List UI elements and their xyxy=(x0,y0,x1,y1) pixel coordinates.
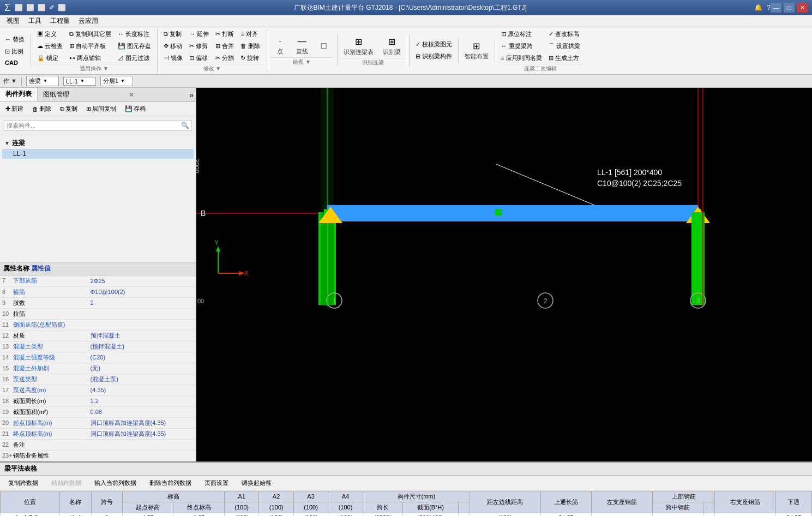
minimize-button[interactable]: — xyxy=(771,3,781,13)
align-button[interactable]: ≡ 对齐 xyxy=(238,28,263,40)
extend-button[interactable]: → 延伸 xyxy=(187,28,212,40)
layer-dropdown[interactable]: 分层1 xyxy=(100,76,133,86)
menu-cloud[interactable]: 云应用 xyxy=(74,15,103,27)
copy-button[interactable]: ⧉ 复制 xyxy=(161,28,185,40)
define-button[interactable]: ▣ 定义 xyxy=(34,28,65,40)
title-icon-4[interactable]: ✐ xyxy=(49,4,55,11)
copy-comp-button[interactable]: ⧉ 复制 xyxy=(57,104,81,114)
help-icon[interactable]: ? xyxy=(767,4,771,11)
cell-right-seat[interactable] xyxy=(715,513,776,516)
two-point-aux-button[interactable]: ⊷ 两点辅轴 xyxy=(67,52,114,64)
save-comp-button[interactable]: 💾 存档 xyxy=(122,104,149,114)
prop-value[interactable]: (无) xyxy=(88,363,196,374)
delete-comp-button[interactable]: 🗑 删除 xyxy=(29,104,55,114)
prop-value[interactable]: (预拌混凝土) xyxy=(88,341,196,352)
redraw-span-button[interactable]: ↔ 重提梁跨 xyxy=(498,40,545,52)
tree-root-lian[interactable]: ▼ 连梁 xyxy=(2,137,194,149)
prop-value[interactable]: 预拌混凝土 xyxy=(88,330,196,341)
delete-col-btn[interactable]: 删除当前列数据 xyxy=(145,477,196,489)
split-button[interactable]: ✂ 分割 xyxy=(213,52,237,64)
copy-span-btn[interactable]: 复制跨数据 xyxy=(3,477,43,489)
menu-view[interactable]: 视图 xyxy=(2,15,24,27)
cell-a3[interactable]: (100) xyxy=(293,513,328,516)
input-col-btn[interactable]: 输入当前列数据 xyxy=(89,477,141,489)
id-lian-button[interactable]: ⊞ 识别梁 xyxy=(378,35,406,58)
prop-value[interactable]: (混凝土泵) xyxy=(88,374,196,385)
prop-value[interactable]: 2 xyxy=(88,297,196,308)
new-button[interactable]: ✚ 新建 xyxy=(2,104,27,114)
prop-value[interactable]: 洞口顶标高加连梁高度(4.35) xyxy=(88,428,196,439)
left-top-close-button[interactable]: ✕ xyxy=(127,91,136,99)
close-button[interactable]: ✕ xyxy=(797,3,808,13)
prop-value[interactable]: 0.08 xyxy=(88,406,196,417)
tab-component-list[interactable]: 构件列表 xyxy=(0,88,38,101)
id-lian-jia-button[interactable]: ⊞ 识别连梁表 xyxy=(341,35,376,58)
bell-icon[interactable]: 🔔 xyxy=(754,4,762,11)
trim-button[interactable]: ✂ 修剪 xyxy=(187,40,212,52)
delete-button[interactable]: 🗑 删除 xyxy=(238,40,263,52)
swap-start-stirrup-btn[interactable]: 调换起始箍 xyxy=(237,477,276,489)
cell-name[interactable]: LL-1 xyxy=(60,513,91,516)
cell-span-length[interactable]: (2800) xyxy=(363,513,402,516)
move-button[interactable]: ✥ 移动 xyxy=(161,40,185,52)
draw-line-button[interactable]: — 直线 xyxy=(292,35,312,57)
replace-button[interactable]: ↔ 替换 xyxy=(2,34,27,45)
drawing-filter-button[interactable]: ⊿ 图元过滤 xyxy=(115,52,154,64)
title-icon-2[interactable]: ⬜ xyxy=(26,4,34,11)
prop-value[interactable]: (C20) xyxy=(88,352,196,363)
prop-value[interactable]: 洞口顶标高加连梁高度(4.35) xyxy=(88,417,196,428)
break-button[interactable]: ✂ 打断 xyxy=(213,28,237,40)
orig-mark-button[interactable]: ⊡ 原位标注 xyxy=(498,28,545,40)
offset-button[interactable]: ⊡ 偏移 xyxy=(187,52,212,64)
title-icon-3[interactable]: ⬜ xyxy=(38,4,46,11)
maximize-button[interactable]: □ xyxy=(784,3,795,13)
tab-drawing-mgmt[interactable]: 图纸管理 xyxy=(38,88,75,101)
cell-section[interactable]: (200*400) xyxy=(403,513,459,516)
copy-to-layer-button[interactable]: ⧉ 复制到其它层 xyxy=(67,28,114,40)
expand-icon[interactable]: » xyxy=(187,91,196,99)
cell-a4[interactable]: (100) xyxy=(328,513,363,516)
length-mark-button[interactable]: ↔ 长度标注 xyxy=(115,28,154,40)
menu-quantities[interactable]: 工程量 xyxy=(46,15,74,27)
component-name-dropdown[interactable]: LL-1 xyxy=(63,77,96,86)
prop-value[interactable]: 1.2 xyxy=(88,395,196,406)
cloud-check-button[interactable]: ☁ 云检查 xyxy=(34,40,65,52)
draw-point-button[interactable]: · 点 xyxy=(270,35,290,57)
prop-value[interactable] xyxy=(88,450,196,461)
cell-top-rebar-2[interactable] xyxy=(703,513,715,516)
auto-flatten-button[interactable]: ⊞ 自动平齐板 xyxy=(67,40,114,52)
mirror-button[interactable]: ⊣ 镜像 xyxy=(161,52,185,64)
lock-button[interactable]: 🔒 锁定 xyxy=(34,52,65,64)
cell-position[interactable]: 1 <1,B;2,... xyxy=(1,513,60,516)
prop-value[interactable] xyxy=(88,319,196,330)
page-settings-btn[interactable]: 页面设置 xyxy=(200,477,233,489)
cell-start-elev[interactable]: 4.35 xyxy=(122,513,173,516)
rotate-button[interactable]: ↻ 旋转 xyxy=(238,52,263,64)
title-icon-1[interactable]: ⬜ xyxy=(15,4,23,11)
apply-same-button[interactable]: ≡ 应用到同名梁 xyxy=(498,52,545,64)
prop-value[interactable]: (4.35) xyxy=(88,385,196,395)
search-input[interactable] xyxy=(7,122,181,129)
prop-value[interactable]: Φ10@100(2) xyxy=(88,286,196,297)
cell-end-elev[interactable]: 4.35 xyxy=(173,513,224,516)
cell-top-rebar[interactable]: 2Φ25 xyxy=(540,513,591,516)
set-arch-button[interactable]: ⌒ 设置拱梁 xyxy=(546,40,583,52)
scale-button[interactable]: ⊡ 比例 xyxy=(2,46,27,57)
gen-soil-button[interactable]: ⊞ 生成土方 xyxy=(546,52,583,64)
cell-left-seat[interactable] xyxy=(592,513,653,516)
check-high-button[interactable]: ✓ 查改标高 xyxy=(546,28,583,40)
cell-size-extra[interactable] xyxy=(458,513,470,516)
cell-a1[interactable]: (100) xyxy=(224,513,258,516)
tree-item-ll1[interactable]: LL-1 xyxy=(2,149,194,159)
layer-copy-button[interactable]: ⊞ 层间复制 xyxy=(83,104,119,114)
cad-button[interactable]: CAD xyxy=(2,58,27,68)
drawing-save-button[interactable]: 💾 图元存盘 xyxy=(115,40,154,52)
cell-bot-rebar[interactable]: 2Φ25 xyxy=(775,513,811,516)
cell-edge-dist[interactable]: (100) xyxy=(470,513,541,516)
id-beam-part-button[interactable]: ⊞ 识别梁构件 xyxy=(413,51,455,62)
menu-tools[interactable]: 工具 xyxy=(24,15,46,27)
check-beam-elem-button[interactable]: ✓ 校核梁图元 xyxy=(413,39,455,50)
prop-value[interactable]: 2Φ25 xyxy=(88,275,196,286)
prop-value[interactable] xyxy=(88,439,196,450)
cell-span[interactable]: 1 xyxy=(91,513,122,516)
